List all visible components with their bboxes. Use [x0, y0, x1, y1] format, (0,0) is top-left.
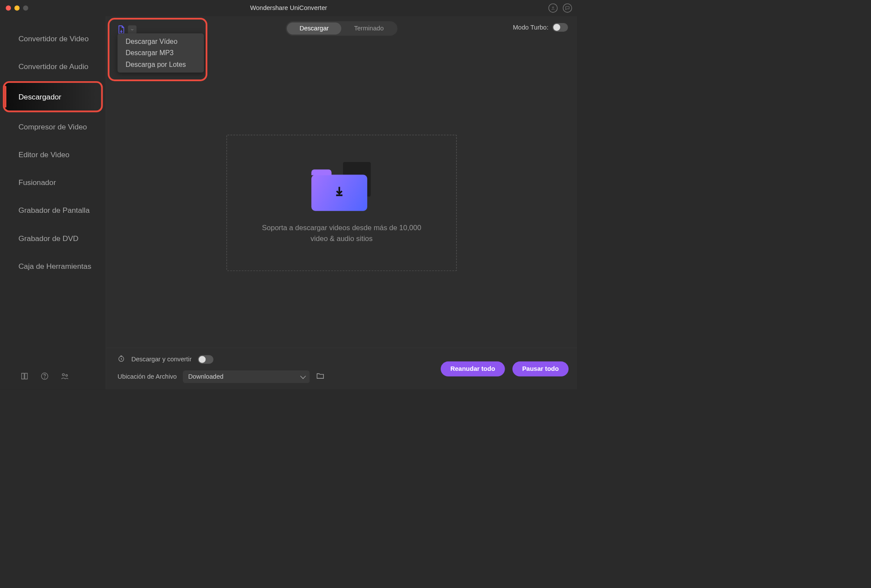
schedule-icon[interactable]: [117, 355, 125, 364]
button-label: Reanudar todo: [450, 365, 495, 373]
dropzone-illustration: [311, 162, 372, 211]
pause-all-button[interactable]: Pausar todo: [512, 361, 568, 376]
window-close-button[interactable]: [6, 5, 11, 10]
svg-point-3: [62, 373, 64, 376]
dropzone-text: Soporta a descargar videos desde más de …: [262, 222, 422, 244]
dropzone-line1: Soporta a descargar videos desde más de …: [262, 224, 422, 232]
svg-point-2: [44, 378, 45, 378]
svg-point-4: [66, 375, 67, 377]
download-convert-label: Descargar y convertir: [131, 356, 192, 363]
tab-finished[interactable]: Terminado: [342, 23, 396, 35]
menu-item-label: Descargar MP3: [126, 49, 173, 57]
sidebar-nav: Convertidor de Video Convertidor de Audi…: [0, 16, 106, 364]
app-window: Wondershare UniConverter Convertidor de …: [0, 0, 577, 390]
sidebar-item-label: Convertidor de Video: [18, 34, 89, 43]
sidebar-item-merger[interactable]: Fusionador: [0, 168, 106, 196]
sidebar-item-video-converter[interactable]: Convertidor de Video: [0, 25, 106, 53]
dropzone-line2: video & audio sitios: [311, 234, 373, 242]
download-convert-row: Descargar y convertir: [117, 355, 435, 364]
folder-download-icon: [311, 175, 367, 211]
dropzone[interactable]: Soporta a descargar videos desde más de …: [226, 135, 457, 271]
download-type-menu: Descargar Vídeo Descargar MP3 Descarga p…: [117, 33, 204, 73]
turbo-mode: Modo Turbo:: [513, 23, 568, 32]
sidebar-item-label: Grabador de Pantalla: [18, 206, 90, 215]
resume-all-button[interactable]: Reanudar todo: [441, 361, 505, 376]
button-label: Pausar todo: [522, 365, 559, 373]
sidebar-item-dvd-burner[interactable]: Grabador de DVD: [0, 225, 106, 252]
open-folder-button[interactable]: [316, 371, 325, 382]
download-convert-toggle[interactable]: [198, 355, 213, 363]
app-title: Wondershare UniConverter: [5, 4, 573, 12]
sidebar-item-label: Editor de Video: [18, 150, 70, 159]
sidebar-item-label: Grabador de DVD: [18, 234, 78, 243]
main-panel: Descargar Vídeo Descargar MP3 Descarga p…: [106, 16, 577, 390]
sidebar-item-label: Descargador: [18, 92, 61, 101]
turbo-toggle[interactable]: [552, 23, 568, 32]
footer-options: Descargar y convertir Ubicación de Archi…: [117, 355, 435, 383]
feedback-icon[interactable]: [563, 3, 572, 13]
sidebar-footer: [0, 364, 106, 390]
sidebar-item-video-compressor[interactable]: Compresor de Video: [0, 113, 106, 141]
tab-label: Descargar: [299, 25, 329, 32]
svg-point-0: [552, 7, 554, 8]
tab-downloading[interactable]: Descargar: [287, 23, 342, 35]
turbo-label: Modo Turbo:: [513, 23, 549, 31]
menu-item-download-video[interactable]: Descargar Vídeo: [117, 36, 204, 47]
toolbar: Descargar Vídeo Descargar MP3 Descarga p…: [106, 16, 577, 41]
sidebar-item-label: Fusionador: [18, 178, 56, 187]
sidebar-item-downloader[interactable]: Descargador: [3, 81, 103, 112]
paste-dropdown-toggle[interactable]: [128, 25, 136, 34]
file-location-value: Downloaded: [188, 373, 223, 380]
file-location-row: Ubicación de Archivo Downloaded: [117, 370, 435, 383]
titlebar: Wondershare UniConverter: [0, 0, 577, 16]
sidebar-item-label: Caja de Herramientas: [18, 262, 91, 271]
sidebar-item-audio-converter[interactable]: Convertidor de Audio: [0, 53, 106, 80]
menu-item-download-mp3[interactable]: Descargar MP3: [117, 47, 204, 59]
help-icon[interactable]: [40, 372, 49, 382]
account-icon[interactable]: [549, 3, 558, 13]
footer-bar: Descargar y convertir Ubicación de Archi…: [106, 348, 577, 390]
sidebar-item-toolbox[interactable]: Caja de Herramientas: [0, 252, 106, 280]
tab-label: Terminado: [354, 25, 384, 32]
dropzone-area: Soporta a descargar videos desde más de …: [106, 41, 577, 347]
header-icons: [549, 3, 572, 13]
community-icon[interactable]: [60, 372, 69, 382]
file-location-select[interactable]: Downloaded: [183, 370, 310, 383]
sidebar-item-screen-recorder[interactable]: Grabador de Pantalla: [0, 197, 106, 225]
window-maximize-button[interactable]: [23, 5, 28, 10]
download-arrow-icon: [333, 184, 346, 198]
download-tabs: Descargar Terminado: [286, 21, 397, 36]
sidebar-item-label: Convertidor de Audio: [18, 62, 88, 71]
sidebar: Convertidor de Video Convertidor de Audi…: [0, 16, 106, 390]
sidebar-item-label: Compresor de Video: [18, 122, 87, 132]
menu-item-batch-download[interactable]: Descarga por Lotes: [117, 59, 204, 70]
file-location-label: Ubicación de Archivo: [117, 373, 176, 380]
window-minimize-button[interactable]: [14, 5, 20, 10]
footer-actions: Reanudar todo Pausar todo: [441, 361, 568, 376]
menu-item-label: Descarga por Lotes: [126, 60, 186, 68]
menu-item-label: Descargar Vídeo: [126, 37, 177, 45]
guide-icon[interactable]: [20, 372, 29, 382]
sidebar-item-video-editor[interactable]: Editor de Video: [0, 141, 106, 168]
window-controls: [6, 5, 28, 10]
